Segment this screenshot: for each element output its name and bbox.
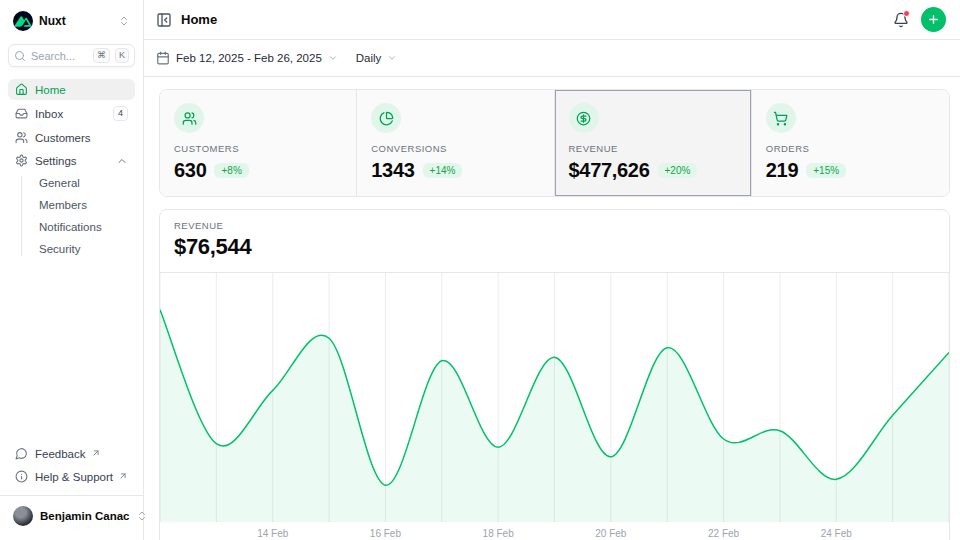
inbox-count-badge: 4: [113, 106, 128, 121]
kbd-k: K: [115, 48, 129, 63]
x-axis-tick-label: 16 Feb: [370, 528, 401, 539]
stat-card-revenue[interactable]: REVENUE $477,626 +20%: [555, 90, 752, 196]
create-button[interactable]: [921, 7, 946, 32]
sidebar-item-label: Home: [35, 84, 66, 96]
date-range-picker[interactable]: Feb 12, 2025 - Feb 26, 2025: [156, 51, 338, 65]
stat-card-orders[interactable]: ORDERS 219 +15%: [752, 90, 949, 196]
chart-header: REVENUE $76,544: [160, 210, 949, 273]
x-axis-tick-label: 14 Feb: [257, 528, 288, 539]
stat-value: $477,626: [569, 159, 650, 182]
sidebar-nav: Home Inbox 4 Customers Settings: [8, 79, 135, 259]
user-menu[interactable]: Benjamin Canac: [8, 503, 135, 529]
search-input[interactable]: Search... ⌘ K: [8, 44, 135, 67]
revenue-area-chart[interactable]: [160, 273, 949, 522]
arrow-up-right-icon: [118, 471, 128, 481]
chart-canvas: [160, 273, 949, 522]
nuxt-logo-icon: [13, 11, 33, 31]
user-name: Benjamin Canac: [40, 510, 129, 522]
search-placeholder: Search...: [31, 50, 88, 62]
sidebar-item-customers[interactable]: Customers: [8, 127, 135, 148]
notifications-button[interactable]: [893, 12, 909, 28]
filters-toolbar: Feb 12, 2025 - Feb 26, 2025 Daily: [144, 40, 960, 77]
x-axis-tick-label: 22 Feb: [708, 528, 739, 539]
avatar: [13, 506, 33, 526]
stat-label: ORDERS: [766, 143, 935, 154]
period-value: Daily: [356, 52, 382, 64]
pie-chart-icon: [371, 103, 401, 133]
chevron-down-icon: [387, 53, 397, 63]
stat-value: 219: [766, 159, 798, 182]
chart-metric-value: $76,544: [174, 234, 935, 260]
users-icon: [15, 131, 28, 144]
stat-card-conversions[interactable]: CONVERSIONS 1343 +14%: [357, 90, 554, 196]
sidebar-user-section: Benjamin Canac: [0, 495, 143, 532]
arrow-up-right-icon: [91, 448, 101, 458]
help-support-link[interactable]: Help & Support: [8, 466, 135, 487]
x-axis-tick-label: 20 Feb: [595, 528, 626, 539]
sidebar-item-notifications[interactable]: Notifications: [31, 217, 135, 237]
shopping-cart-icon: [766, 103, 796, 133]
sidebar-footer-nav: Feedback Help & Support: [8, 443, 135, 487]
sidebar-item-home[interactable]: Home: [8, 79, 135, 100]
sidebar-item-security[interactable]: Security: [31, 239, 135, 259]
inbox-icon: [15, 107, 28, 120]
dashboard-content: CUSTOMERS 630 +8% CONVERSIONS 1343 +14%: [144, 77, 960, 540]
header-actions: [893, 7, 946, 32]
workspace-switcher[interactable]: Nuxt: [8, 8, 135, 34]
chevrons-up-down-icon: [118, 15, 130, 27]
chevron-up-icon: [116, 155, 128, 167]
stat-delta-badge: +20%: [658, 163, 698, 178]
x-axis-tick-label: 24 Feb: [821, 528, 852, 539]
stat-label: REVENUE: [569, 143, 737, 154]
stat-value: 630: [174, 159, 206, 182]
sidebar-item-label: Customers: [35, 132, 91, 144]
x-axis: 14 Feb16 Feb18 Feb20 Feb22 Feb24 Feb: [160, 522, 949, 540]
sidebar-item-members[interactable]: Members: [31, 195, 135, 215]
chevron-down-icon: [328, 53, 338, 63]
workspace-name: Nuxt: [39, 14, 112, 28]
sidebar-item-general[interactable]: General: [31, 173, 135, 193]
stat-card-customers[interactable]: CUSTOMERS 630 +8%: [160, 90, 357, 196]
sidebar-item-settings[interactable]: Settings: [8, 150, 135, 171]
page-title: Home: [181, 12, 217, 27]
date-range-value: Feb 12, 2025 - Feb 26, 2025: [176, 52, 322, 64]
top-header: Home: [144, 0, 960, 40]
sidebar-item-label: Settings: [35, 155, 77, 167]
message-circle-icon: [15, 447, 28, 460]
feedback-link[interactable]: Feedback: [8, 443, 135, 464]
search-icon: [14, 50, 26, 62]
sidebar-item-inbox[interactable]: Inbox 4: [8, 102, 135, 125]
period-select[interactable]: Daily: [356, 52, 398, 64]
calendar-icon: [156, 51, 170, 65]
help-circle-icon: [15, 470, 28, 483]
stat-delta-badge: +8%: [214, 163, 248, 178]
plus-icon: [927, 13, 940, 26]
sidebar: Nuxt Search... ⌘ K Home: [0, 0, 144, 540]
kbd-cmd: ⌘: [93, 48, 110, 63]
stat-value: 1343: [371, 159, 414, 182]
collapse-sidebar-button[interactable]: [156, 12, 172, 28]
app-window: Nuxt Search... ⌘ K Home: [0, 0, 960, 540]
users-icon: [174, 103, 204, 133]
stat-label: CONVERSIONS: [371, 143, 539, 154]
settings-subnav: General Members Notifications Security: [8, 173, 135, 259]
gear-icon: [15, 154, 28, 167]
stat-delta-badge: +14%: [423, 163, 463, 178]
stat-delta-badge: +15%: [806, 163, 846, 178]
revenue-chart-card: REVENUE $76,544 14 Feb16 Feb18 Feb20 Feb…: [159, 209, 950, 540]
chart-metric-label: REVENUE: [174, 220, 935, 231]
x-axis-tick-label: 18 Feb: [483, 528, 514, 539]
dollar-circle-icon: [569, 103, 599, 133]
sidebar-spacer: [8, 259, 135, 431]
notification-dot: [903, 10, 910, 17]
sidebar-item-label: Help & Support: [35, 471, 113, 483]
sidebar-item-label: Feedback: [35, 448, 86, 460]
home-icon: [15, 83, 28, 96]
main-panel: Home Feb 12, 2025 - Feb 26, 2025: [144, 0, 960, 540]
stat-label: CUSTOMERS: [174, 143, 342, 154]
sidebar-item-label: Inbox: [35, 108, 63, 120]
stats-row: CUSTOMERS 630 +8% CONVERSIONS 1343 +14%: [159, 89, 950, 197]
